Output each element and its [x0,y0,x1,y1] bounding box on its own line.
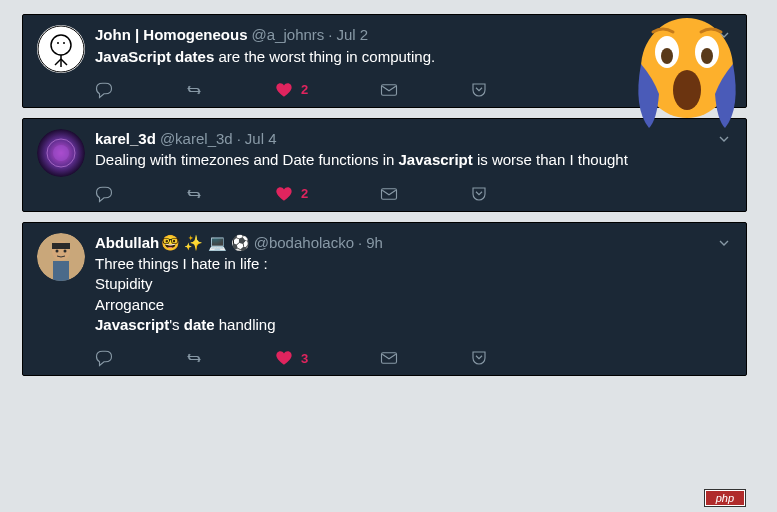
svg-rect-15 [53,261,69,281]
svg-rect-7 [382,85,397,96]
svg-point-5 [57,42,59,44]
dm-button[interactable] [380,81,398,99]
tweet-content: karel_3d @karel_3d · Jul 4 Dealing with … [95,129,732,205]
pocket-button[interactable] [470,349,488,367]
svg-rect-14 [52,243,70,249]
tweet-card: Abdullah 🤓 ✨ 💻 ⚽ @bodaholacko · 9h Three… [22,222,747,377]
svg-point-24 [673,70,701,110]
svg-point-16 [56,249,59,252]
display-name-text: Abdullah [95,233,159,253]
svg-rect-18 [382,353,397,364]
tweet-header: Abdullah 🤓 ✨ 💻 ⚽ @bodaholacko · 9h [95,233,732,253]
reply-button[interactable] [95,185,113,203]
name-emoji: 🤓 ✨ 💻 ⚽ [161,233,250,253]
timestamp[interactable]: Jul 2 [337,25,369,45]
watermark: php [705,490,745,506]
retweet-button[interactable] [185,81,203,99]
scream-emoji-overlay [623,8,751,136]
timestamp[interactable]: Jul 4 [245,129,277,149]
pocket-button[interactable] [470,81,488,99]
display-name[interactable]: Abdullah 🤓 ✨ 💻 ⚽ [95,233,250,253]
retweet-button[interactable] [185,349,203,367]
svg-point-22 [661,48,673,64]
handle[interactable]: @karel_3d [160,129,233,149]
reply-button[interactable] [95,349,113,367]
tweet-text: Dealing with timezones and Date function… [95,150,732,170]
retweet-button[interactable] [185,185,203,203]
avatar[interactable] [37,25,85,73]
tweet-menu-button[interactable] [716,235,732,255]
separator: · [328,25,332,45]
svg-rect-11 [382,188,397,199]
like-button[interactable]: 3 [275,349,308,367]
handle[interactable]: @bodaholacko [254,233,354,253]
tweet-actions: 3 [95,345,732,369]
tweet-content: Abdullah 🤓 ✨ 💻 ⚽ @bodaholacko · 9h Three… [95,233,732,370]
like-count: 2 [301,82,308,97]
separator: · [358,233,362,253]
svg-point-6 [63,42,65,44]
like-count: 2 [301,186,308,201]
separator: · [237,129,241,149]
avatar[interactable] [37,129,85,177]
dm-button[interactable] [380,349,398,367]
tweet-text: Three things I hate in life :StupidityAr… [95,254,732,335]
reply-button[interactable] [95,81,113,99]
timestamp[interactable]: 9h [366,233,383,253]
avatar[interactable] [37,233,85,281]
dm-button[interactable] [380,185,398,203]
display-name[interactable]: John | Homogeneous [95,25,248,45]
svg-point-10 [53,145,69,161]
svg-point-17 [64,249,67,252]
pocket-button[interactable] [470,185,488,203]
svg-point-23 [701,48,713,64]
like-count: 3 [301,351,308,366]
like-button[interactable]: 2 [275,81,308,99]
like-button[interactable]: 2 [275,185,308,203]
tweet-actions: 2 [95,181,732,205]
handle[interactable]: @a_johnrs [252,25,325,45]
display-name[interactable]: karel_3d [95,129,156,149]
